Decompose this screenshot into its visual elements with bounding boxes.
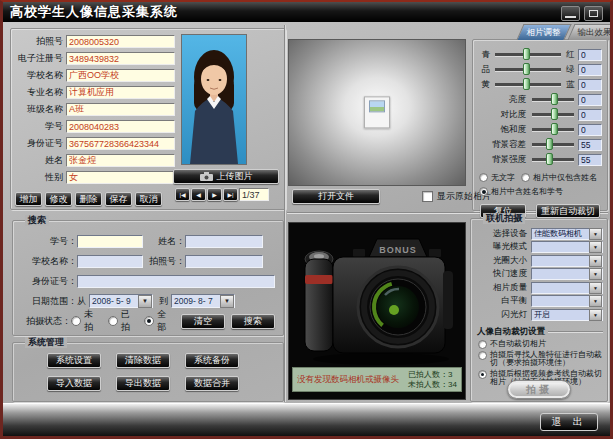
crop-guideline-radio[interactable]: [478, 370, 487, 379]
status-option-unshot[interactable]: 未拍: [71, 308, 99, 334]
delete-button[interactable]: 删除: [75, 192, 102, 206]
date-from-select[interactable]: 2008- 5- 9 ▼: [89, 294, 153, 308]
saturation-slider[interactable]: [532, 128, 574, 132]
cyan-red-slider[interactable]: [495, 53, 561, 57]
id-card-input[interactable]: [66, 137, 175, 150]
crop-option-face-detect[interactable]: 拍摄后寻找人脸特征进行自动裁切（要求拍摄环境佳）: [471, 349, 607, 368]
brightness-value-input[interactable]: [578, 94, 602, 106]
school-name-input[interactable]: [66, 69, 175, 82]
nav-last-button[interactable]: ▶|: [223, 188, 238, 201]
cancel-button[interactable]: 取消: [135, 192, 162, 206]
shoot-button[interactable]: 拍摄: [507, 380, 571, 399]
name-and-no-radio[interactable]: [479, 187, 488, 196]
brightness-slider-thumb[interactable]: [551, 93, 558, 105]
search-name-input[interactable]: [185, 235, 263, 248]
tab-photo-adjust[interactable]: 相片调整: [516, 24, 571, 40]
search-id-card-input[interactable]: [77, 275, 275, 288]
show-original-checkbox[interactable]: [422, 191, 433, 202]
red-value-input[interactable]: [578, 49, 602, 61]
search-school-input[interactable]: [77, 255, 143, 268]
shot-radio[interactable]: [108, 316, 118, 326]
contrast-slider[interactable]: [532, 113, 574, 117]
minimize-icon: [565, 16, 576, 18]
nav-next-button[interactable]: ▶: [207, 188, 222, 201]
no-text-radio[interactable]: [479, 173, 488, 182]
search-photo-no-input[interactable]: [185, 255, 263, 268]
major-name-input[interactable]: [66, 86, 175, 99]
field-row-photo-no: 拍照号: [17, 33, 175, 50]
aperture-row: 光圈大小 ▼: [471, 254, 607, 268]
clear-button[interactable]: 清空: [181, 314, 225, 329]
name-input[interactable]: [66, 154, 175, 167]
exit-button[interactable]: 退 出: [540, 413, 598, 431]
saturation-row: 饱和度: [473, 122, 607, 137]
device-select[interactable]: 佳能数码相机▼: [531, 228, 603, 240]
e-register-no-label: 电子注册号: [17, 52, 66, 65]
contrast-value-input[interactable]: [578, 109, 602, 121]
brightness-slider[interactable]: [532, 98, 574, 102]
search-student-no-input[interactable]: [77, 235, 143, 248]
photo-no-input[interactable]: [66, 35, 175, 48]
nav-prev-button[interactable]: ◀: [191, 188, 206, 201]
import-data-button[interactable]: 导入数据: [47, 376, 101, 391]
quality-select[interactable]: ▼: [531, 282, 603, 294]
system-backup-button[interactable]: 系统备份: [185, 353, 239, 368]
all-radio[interactable]: [144, 316, 154, 326]
close-button[interactable]: [584, 6, 603, 21]
crop-face-radio[interactable]: [478, 351, 487, 360]
white-balance-select[interactable]: ▼: [531, 295, 603, 307]
clear-data-button[interactable]: 清除数据: [116, 353, 170, 368]
unshot-radio[interactable]: [71, 316, 81, 326]
upload-photo-label: 上传图片: [217, 170, 253, 183]
saturation-slider-thumb[interactable]: [551, 123, 558, 135]
green-value-input[interactable]: [578, 64, 602, 76]
exposure-select[interactable]: ▼: [531, 241, 603, 253]
bg-strength-slider[interactable]: [532, 158, 574, 162]
saturation-value-input[interactable]: [578, 124, 602, 136]
capture-counts: 已拍人数：3 未拍人数：34: [408, 370, 457, 390]
yellow-blue-slider-thumb[interactable]: [523, 78, 530, 90]
bg-tolerance-value-input[interactable]: [578, 139, 602, 151]
upload-photo-button[interactable]: 上传图片: [173, 169, 279, 184]
record-counter[interactable]: [239, 188, 269, 201]
status-option-all[interactable]: 全部: [144, 308, 172, 334]
bg-tolerance-slider[interactable]: [532, 143, 574, 147]
save-button[interactable]: 保存: [105, 192, 132, 206]
class-name-input[interactable]: [66, 103, 175, 116]
name-only-radio[interactable]: [521, 173, 530, 182]
status-option-shot[interactable]: 已拍: [108, 308, 136, 334]
bg-strength-value-input[interactable]: [578, 154, 602, 166]
bg-tolerance-slider-thumb[interactable]: [546, 138, 553, 150]
date-to-select[interactable]: 2009- 8- 7 ▼: [171, 294, 235, 308]
merge-data-button[interactable]: 数据合并: [185, 376, 239, 391]
bg-strength-slider-thumb[interactable]: [546, 153, 553, 165]
crop-none-radio[interactable]: [478, 340, 487, 349]
magenta-green-slider[interactable]: [495, 68, 561, 72]
tab-output-effect[interactable]: 输出效果: [567, 24, 613, 40]
edit-button[interactable]: 修改: [45, 192, 72, 206]
flash-select[interactable]: 开启▼: [531, 309, 603, 321]
app-window: 高校学生人像信息采集系统 拍照号 电子注册号 学校名称 专业名称: [0, 0, 613, 439]
contrast-slider-thumb[interactable]: [551, 108, 558, 120]
magenta-green-slider-thumb[interactable]: [523, 63, 530, 75]
blue-value-input[interactable]: [578, 79, 602, 91]
crop-option-none[interactable]: 不自动裁切相片: [471, 338, 607, 349]
e-register-no-input[interactable]: [66, 52, 175, 65]
open-file-button[interactable]: 打开文件: [292, 189, 380, 204]
aperture-select[interactable]: ▼: [531, 255, 603, 267]
add-button[interactable]: 增加: [15, 192, 42, 206]
yellow-blue-slider[interactable]: [495, 83, 561, 87]
shutter-select[interactable]: ▼: [531, 268, 603, 280]
shot-count-value: 3: [448, 370, 452, 379]
gender-input[interactable]: [66, 171, 175, 184]
system-settings-button[interactable]: 系统设置: [47, 353, 101, 368]
search-id-card-label: 身份证号：: [21, 275, 77, 288]
cyan-red-slider-thumb[interactable]: [523, 48, 530, 60]
nav-first-button[interactable]: |◀: [175, 188, 190, 201]
student-no-input[interactable]: [66, 120, 175, 133]
minimize-button[interactable]: [561, 6, 580, 21]
auto-recrop-button[interactable]: 重新自动裁切: [536, 204, 600, 218]
device-dropdown-icon: ▼: [589, 228, 602, 240]
search-button[interactable]: 搜索: [231, 314, 275, 329]
export-data-button[interactable]: 导出数据: [116, 376, 170, 391]
